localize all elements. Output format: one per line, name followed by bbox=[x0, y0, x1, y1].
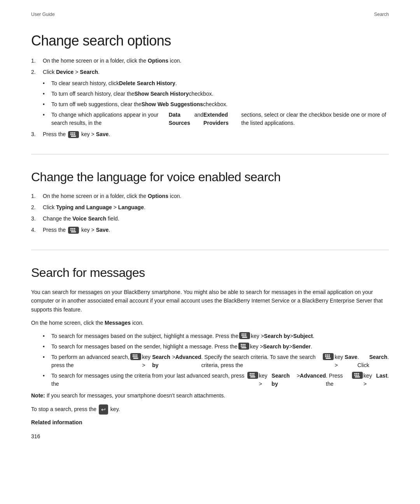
svg-rect-3 bbox=[70, 134, 72, 135]
svg-rect-11 bbox=[72, 230, 74, 231]
section3-intro2: On the home screen, click the Messages i… bbox=[31, 318, 389, 327]
divider-1 bbox=[31, 154, 389, 154]
bullet-1-1: To clear search history, click Delete Se… bbox=[43, 79, 389, 88]
svg-rect-52 bbox=[354, 374, 356, 376]
svg-rect-1 bbox=[72, 133, 74, 134]
bb-key-icon-3 bbox=[239, 332, 250, 339]
page: User Guide Search Change search options … bbox=[0, 0, 420, 504]
svg-rect-46 bbox=[251, 374, 253, 376]
bullet-1-2: To turn off search history, clear the Sh… bbox=[43, 90, 389, 98]
bb-key-icon-2 bbox=[68, 227, 79, 234]
svg-rect-24 bbox=[241, 345, 242, 346]
step-1-2: 2. Click Device > Search. bbox=[31, 68, 389, 76]
section2-title: Change the language for voice enabled se… bbox=[31, 170, 389, 184]
bullet-1-3: To turn off web suggestions, clear the S… bbox=[43, 100, 389, 108]
svg-rect-35 bbox=[325, 354, 327, 355]
back-key-icon: ↩ bbox=[99, 404, 108, 415]
svg-rect-20 bbox=[242, 336, 247, 338]
svg-rect-10 bbox=[70, 230, 72, 231]
svg-rect-0 bbox=[70, 133, 72, 134]
divider-2 bbox=[31, 250, 389, 250]
svg-rect-18 bbox=[243, 335, 245, 336]
bullet-3-3: To perform an advanced search, press the… bbox=[43, 353, 389, 369]
svg-rect-5 bbox=[74, 134, 75, 135]
svg-rect-12 bbox=[74, 230, 75, 231]
svg-rect-41 bbox=[326, 357, 331, 359]
svg-rect-16 bbox=[245, 333, 247, 334]
step-2-2: 2. Click Typing and Language > Language. bbox=[31, 203, 389, 212]
bb-key-icon-4 bbox=[238, 343, 249, 350]
svg-rect-26 bbox=[244, 345, 246, 346]
svg-rect-53 bbox=[356, 374, 357, 376]
svg-rect-9 bbox=[74, 228, 75, 229]
svg-rect-13 bbox=[71, 231, 76, 233]
section3-note: Note: If you search for messages, your s… bbox=[31, 391, 389, 400]
svg-rect-37 bbox=[329, 354, 330, 355]
svg-rect-47 bbox=[253, 374, 255, 376]
svg-rect-2 bbox=[74, 133, 75, 134]
svg-rect-40 bbox=[329, 356, 330, 357]
svg-rect-50 bbox=[356, 373, 357, 374]
svg-rect-7 bbox=[70, 228, 72, 229]
svg-rect-8 bbox=[72, 228, 74, 229]
bullet-3-1: To search for messages based on the subj… bbox=[43, 332, 389, 340]
svg-rect-33 bbox=[136, 356, 138, 357]
svg-rect-43 bbox=[251, 373, 253, 374]
header-left: User Guide bbox=[31, 12, 55, 17]
step-2-1: 1. On the home screen or in a folder, cl… bbox=[31, 192, 389, 200]
svg-rect-25 bbox=[242, 345, 244, 346]
page-number: 316 bbox=[31, 433, 389, 439]
svg-rect-49 bbox=[354, 373, 356, 374]
related-info-label: Related information bbox=[31, 419, 389, 425]
bullet-3-4: To search for messages using the criteri… bbox=[43, 372, 389, 388]
svg-rect-17 bbox=[242, 335, 243, 336]
svg-rect-22 bbox=[242, 344, 244, 345]
header-right: Search bbox=[374, 12, 389, 17]
svg-rect-27 bbox=[241, 347, 246, 348]
step-2-4: 4. Press the key > bbox=[31, 226, 389, 234]
section-voice-search: Change the language for voice enabled se… bbox=[31, 170, 389, 234]
step-1-3: 3. Press the key > bbox=[31, 130, 389, 138]
svg-rect-31 bbox=[133, 356, 134, 357]
bb-key-icon-7 bbox=[247, 372, 258, 379]
bb-key-icon-8 bbox=[352, 372, 363, 379]
svg-rect-44 bbox=[253, 373, 255, 374]
svg-rect-42 bbox=[250, 373, 251, 374]
bb-key-icon-6 bbox=[323, 353, 334, 360]
svg-rect-19 bbox=[245, 335, 247, 336]
section1-bullets: To clear search history, click Delete Se… bbox=[43, 79, 389, 127]
svg-rect-15 bbox=[243, 333, 245, 334]
svg-rect-6 bbox=[71, 136, 76, 137]
section3-intro1: You can search for messages on your Blac… bbox=[31, 288, 389, 314]
bullet-1-4: To change which applications appear in y… bbox=[43, 111, 389, 127]
section1-steps: 1. On the home screen or in a folder, cl… bbox=[31, 57, 389, 76]
svg-rect-14 bbox=[242, 333, 243, 334]
section3-stop-search: To stop a search, press the ↩ key. bbox=[31, 404, 389, 415]
svg-rect-38 bbox=[325, 356, 327, 357]
step-1-1: 1. On the home screen or in a folder, cl… bbox=[31, 57, 389, 65]
svg-rect-4 bbox=[72, 134, 74, 135]
svg-rect-21 bbox=[241, 344, 242, 345]
section3-bullets: To search for messages based on the subj… bbox=[43, 332, 389, 388]
section-change-search-options: Change search options 1. On the home scr… bbox=[31, 33, 389, 138]
section1-title: Change search options bbox=[31, 33, 389, 49]
svg-rect-34 bbox=[133, 357, 138, 359]
bullet-3-2: To search for messages based on the send… bbox=[43, 343, 389, 351]
section-search-messages: Search for messages You can search for m… bbox=[31, 266, 389, 439]
svg-rect-55 bbox=[355, 376, 360, 377]
svg-rect-54 bbox=[358, 374, 359, 376]
svg-rect-30 bbox=[136, 354, 138, 355]
svg-rect-45 bbox=[250, 374, 251, 376]
bb-key-icon bbox=[68, 131, 79, 138]
bb-key-icon-5 bbox=[130, 353, 141, 360]
section1-step3: 3. Press the key > bbox=[31, 130, 389, 138]
svg-rect-39 bbox=[327, 356, 329, 357]
page-header: User Guide Search bbox=[31, 12, 389, 17]
section2-steps: 1. On the home screen or in a folder, cl… bbox=[31, 192, 389, 234]
section3-title: Search for messages bbox=[31, 266, 389, 280]
svg-rect-32 bbox=[135, 356, 136, 357]
svg-rect-23 bbox=[244, 344, 246, 345]
svg-rect-29 bbox=[135, 354, 136, 355]
svg-rect-36 bbox=[327, 354, 329, 355]
step-2-3: 3. Change the Voice Search field. bbox=[31, 215, 389, 223]
